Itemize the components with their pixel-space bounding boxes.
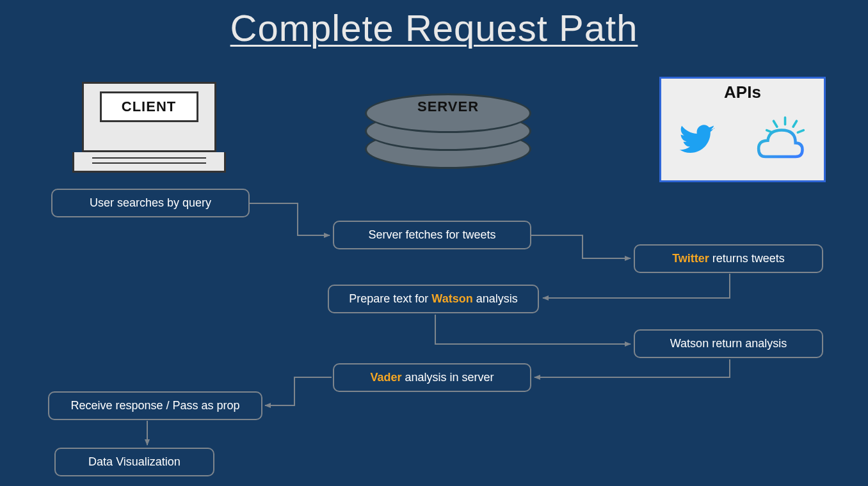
svg-line-4 [798,130,803,133]
twitter-icon [675,121,720,161]
step-prepare-watson: Prepare text for Watson analysis [328,285,539,313]
step-server-fetch: Server fetches for tweets [333,221,531,249]
ibm-watson-icon [749,111,810,171]
client-illustration: CLIENT [70,82,227,175]
page-title: Complete Request Path [0,6,868,49]
server-label: SERVER [365,98,531,115]
svg-line-1 [773,121,776,127]
apis-label: APIs [661,82,824,102]
step-dataviz: Data Visualization [54,448,214,476]
apis-panel: APIs [659,77,826,182]
client-label: CLIENT [100,91,198,122]
step-user-search: User searches by query [51,189,250,217]
svg-line-2 [793,121,796,127]
server-illustration: SERVER [365,91,531,168]
step-vader: Vader analysis in server [333,363,531,392]
step-twitter-returns: Twitter returns tweets [634,244,823,273]
step-receive: Receive response / Pass as prop [48,391,262,420]
step-watson-return: Watson return analysis [634,329,823,358]
